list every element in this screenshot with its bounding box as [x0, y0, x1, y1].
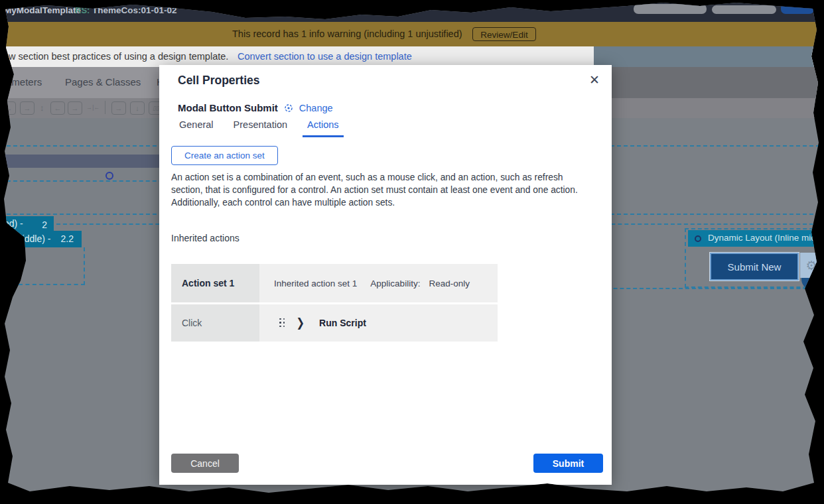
dynamic-layout-header[interactable]: Dynamic Layout (Inline midd — [688, 230, 824, 247]
inherited-actions-table: Action set 1 Inherited action set 1 Appl… — [171, 264, 498, 344]
chevron-right-icon[interactable]: ❯ — [297, 316, 305, 330]
insert-row-below-icon[interactable]: ↓ — [130, 101, 145, 115]
drag-handle-icon[interactable] — [279, 318, 286, 328]
screenshot-stage: MyModalTemplate RS: ThemeCos:01-01-02 Th… — [0, 0, 824, 504]
cancel-button[interactable]: Cancel — [171, 454, 239, 473]
header-action-button-1[interactable] — [634, 4, 707, 14]
right-panel-band — [594, 46, 824, 67]
create-action-set-button[interactable]: Create an action set — [171, 146, 278, 165]
selection-dashed-line-5 — [594, 288, 820, 289]
tab-pages-classes[interactable]: Pages & Classes — [65, 76, 141, 88]
convert-template-link[interactable]: Convert section to use a design template — [238, 51, 412, 62]
event-cell: Click — [171, 304, 259, 342]
review-edit-button[interactable]: Review/Edit — [472, 27, 536, 41]
action-set-header-cell: Action set 1 — [171, 264, 259, 302]
modal-tabs: General Presentation Actions — [179, 119, 344, 137]
tab-actions[interactable]: Actions — [303, 119, 344, 137]
ruleset-version: ThemeCos:01-01-02 — [92, 5, 177, 15]
header-action-button-2[interactable] — [712, 5, 776, 14]
selected-cell-outline — [19, 247, 85, 285]
control-name: Modal Button Submit — [178, 102, 278, 113]
ruleset-label: RS: — [75, 5, 90, 15]
tab-general[interactable]: General — [179, 119, 214, 137]
grid-cell-label-1[interactable]: ed) - 2 — [0, 216, 54, 231]
close-icon[interactable]: ✕ — [589, 72, 600, 88]
run-script-action[interactable]: Run Script — [319, 318, 366, 328]
control-reference-row: Modal Button Submit Change — [178, 102, 333, 113]
tab-parameters[interactable]: rameters — [3, 76, 42, 88]
action-cell: ❯ Run Script — [259, 304, 498, 342]
right-panel-band-dark — [594, 67, 824, 98]
insert-row-right-icon[interactable]: → — [20, 101, 34, 115]
layout-anchor-icon-2 — [695, 235, 701, 242]
submit-new-button[interactable]: Submit New — [710, 253, 799, 281]
locate-target-icon[interactable] — [283, 103, 294, 113]
grid-cell-label-2[interactable]: middle) - 2.2 — [9, 231, 82, 247]
header-save-button[interactable] — [781, 3, 814, 14]
page-torn-edges: MyModalTemplate RS: ThemeCos:01-01-02 Th… — [0, 0, 824, 504]
change-link[interactable]: Change — [299, 103, 333, 113]
inherited-action-set-text: Inherited action set 1 — [274, 279, 357, 288]
applicability-label: Applicability: — [370, 279, 420, 288]
insert-cell-right-icon[interactable]: → — [1, 101, 16, 115]
layout-anchor-icon[interactable] — [105, 172, 113, 180]
merge-right-icon[interactable]: → — [68, 101, 82, 115]
table-row-action-set: Action set 1 Inherited action set 1 Appl… — [171, 264, 498, 302]
table-row-click-event: Click ❯ Run Script — [171, 304, 498, 342]
insert-column-icon[interactable]: → — [111, 101, 126, 115]
tab-presentation[interactable]: Presentation — [234, 119, 287, 137]
app-header-bar: MyModalTemplate RS: ThemeCos:01-01-02 — [0, 0, 824, 22]
expand-vertical-icon[interactable]: ↕ — [40, 101, 44, 113]
toolbar-divider — [105, 101, 105, 114]
cell-settings-box[interactable]: ⚙ — [800, 253, 823, 278]
modal-title: Cell Properties — [178, 74, 260, 88]
submit-button[interactable]: Submit — [533, 454, 603, 473]
applicability-value: Read-only — [429, 279, 470, 288]
action-set-info-cell: Inherited action set 1 Applicability: Re… — [259, 264, 498, 302]
template-info-text: ow section best practices of using a des… — [3, 51, 228, 62]
inherited-actions-label: Inherited actions — [171, 233, 240, 243]
dynamic-layout-label: Dynamic Layout (Inline midd — [708, 233, 821, 243]
gear-icon: ⚙ — [805, 258, 817, 273]
cell-properties-modal: Cell Properties ✕ Modal Button Submit Ch… — [159, 65, 612, 485]
warning-bar: This record has 1 info warning (includin… — [0, 22, 824, 46]
warning-text: This record has 1 info warning (includin… — [232, 29, 462, 39]
record-title: MyModalTemplate — [4, 5, 81, 15]
action-set-description: An action set is a combination of an eve… — [171, 171, 593, 209]
collapse-horizontal-icon[interactable]: →|← — [86, 101, 100, 113]
merge-left-icon[interactable]: ← — [50, 101, 65, 115]
